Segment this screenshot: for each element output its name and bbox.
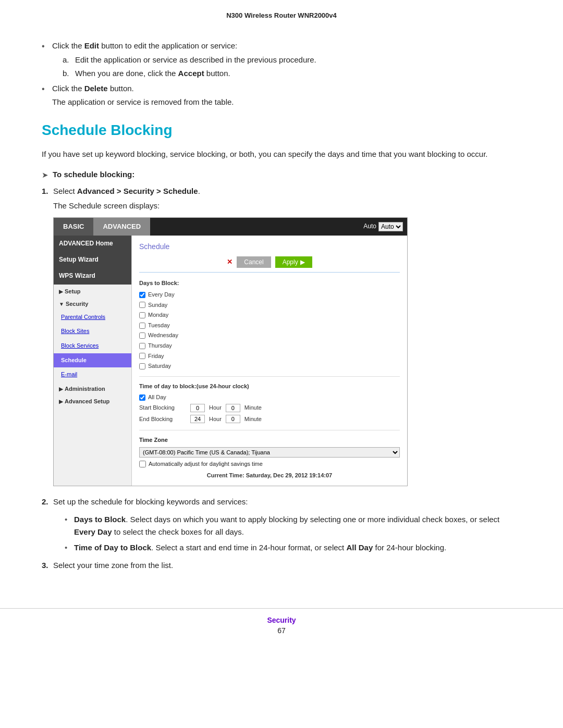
friday-row: Friday — [139, 352, 400, 361]
end-blocking-row: End Blocking Hour Minute — [139, 415, 400, 424]
monday-checkbox[interactable] — [139, 312, 145, 318]
step-2-bullets: Days to Block. Select days on which you … — [65, 513, 521, 554]
step-1-num: 1. — [42, 185, 48, 198]
time-label: Time of day to block:(use 24-hour clock) — [139, 382, 400, 391]
advanced-setup-arrow-icon: ▶ — [59, 399, 63, 404]
saturday-checkbox[interactable] — [139, 363, 145, 369]
thursday-checkbox[interactable] — [139, 343, 145, 349]
apply-button[interactable]: Apply ▶ — [275, 256, 312, 268]
intro-bullet-2: Click the Delete button. — [42, 83, 521, 95]
timezone-label: Time Zone — [139, 436, 400, 445]
intro-sub-b: When you are done, click the Accept butt… — [63, 68, 521, 80]
time-of-day-bullet: Time of Day to Block. Select a start and… — [65, 541, 521, 554]
time-section: Time of day to block:(use 24-hour clock)… — [139, 382, 400, 430]
end-hour-input[interactable] — [190, 415, 205, 423]
tz-checkbox-row: Automatically adjust for daylight saving… — [139, 460, 400, 469]
sidebar-section-advanced-setup[interactable]: ▶Advanced Setup — [54, 394, 131, 408]
arrow-label: To schedule blocking: — [53, 170, 134, 179]
sidebar-section-administration[interactable]: ▶Administration — [54, 382, 131, 395]
router-body: ADVANCED Home Setup Wizard WPS Wizard ▶S… — [54, 236, 407, 486]
friday-checkbox[interactable] — [139, 353, 145, 359]
cancel-button[interactable]: Cancel — [237, 256, 271, 268]
sidebar-item-advanced-home[interactable]: ADVANCED Home — [54, 236, 131, 252]
sidebar-item-email[interactable]: E-mail — [54, 367, 131, 382]
start-blocking-row: Start Blocking Hour Minute — [139, 403, 400, 413]
monday-row: Monday — [139, 311, 400, 320]
sidebar-item-parental-controls[interactable]: Parental Controls — [54, 310, 131, 325]
tuesday-row: Tuesday — [139, 321, 400, 330]
footer-page: 67 — [0, 626, 563, 635]
all-day-checkbox[interactable] — [139, 394, 145, 401]
saturday-row: Saturday — [139, 362, 400, 371]
sidebar-item-setup-wizard[interactable]: Setup Wizard — [54, 252, 131, 268]
minute-label-end: Minute — [244, 415, 262, 424]
sidebar-item-block-services[interactable]: Block Services — [54, 339, 131, 353]
arrow-instruction: ➤ To schedule blocking: — [42, 170, 521, 180]
days-to-block-bullet: Days to Block. Select days on which you … — [65, 513, 521, 538]
page-footer: Security 67 — [0, 608, 563, 640]
router-sidebar: ADVANCED Home Setup Wizard WPS Wizard ▶S… — [54, 236, 132, 486]
section-heading: Schedule Blocking — [42, 122, 521, 139]
everyday-checkbox[interactable] — [139, 292, 145, 298]
wednesday-checkbox[interactable] — [139, 332, 145, 339]
step-2: 2. Set up the schedule for blocking keyw… — [42, 496, 521, 554]
cancel-x-icon: ✕ — [227, 257, 232, 268]
tab-basic[interactable]: BASIC — [54, 218, 93, 236]
step-1-text: Select Advanced > Security > Schedule. — [53, 185, 521, 198]
sidebar-section-setup[interactable]: ▶Setup — [54, 285, 131, 298]
sunday-row: Sunday — [139, 301, 400, 310]
tuesday-checkbox[interactable] — [139, 323, 145, 329]
section-intro: If you have set up keyword blocking, ser… — [42, 148, 521, 161]
step-3: 3. Select your time zone from the list. — [42, 559, 521, 572]
daylight-savings-checkbox[interactable] — [139, 461, 146, 467]
apply-arrow-icon: ▶ — [300, 258, 305, 266]
router-topbar: BASIC ADVANCED Auto Auto — [54, 218, 407, 236]
router-main-content: Schedule ✕ Cancel Apply ▶ — [132, 236, 407, 486]
end-blocking-label: End Blocking — [139, 415, 186, 424]
step-2-num: 2. — [42, 496, 48, 508]
days-label: Days to Block: — [139, 279, 400, 288]
start-blocking-label: Start Blocking — [139, 403, 186, 413]
end-minute-input[interactable] — [226, 415, 240, 423]
wednesday-row: Wednesday — [139, 331, 400, 340]
router-ui: BASIC ADVANCED Auto Auto — [53, 217, 408, 486]
days-to-block-section: Days to Block: Every Day Sunday — [139, 279, 400, 376]
everyday-row: Every Day — [139, 290, 400, 300]
current-time: Current Time: Saturday, Dec 29, 2012 19:… — [139, 471, 400, 480]
numbered-steps: 1. Select Advanced > Security > Schedule… — [42, 185, 521, 572]
start-minute-input[interactable] — [226, 404, 240, 412]
intro-sub-a: Edit the application or service as descr… — [63, 54, 521, 66]
timezone-section: Time Zone (GMT-08:00) Pacific Time (US &… — [139, 436, 400, 480]
sidebar-item-block-sites[interactable]: Block Sites — [54, 324, 131, 339]
minute-label-start: Minute — [244, 403, 262, 413]
all-day-row: All Day — [139, 393, 400, 402]
auto-select[interactable]: Auto — [378, 222, 403, 231]
router-action-bar: ✕ Cancel Apply ▶ — [139, 256, 400, 273]
timezone-select[interactable]: (GMT-08:00) Pacific Time (US & Canada); … — [139, 447, 400, 458]
arrow-symbol: ➤ — [42, 170, 48, 180]
intro-section: Click the Edit button to edit the applic… — [42, 40, 521, 106]
security-arrow-icon: ▼ — [59, 301, 64, 307]
auto-dropdown-area: Auto Auto — [363, 218, 407, 236]
router-main-title: Schedule — [139, 241, 400, 252]
sunday-checkbox[interactable] — [139, 302, 145, 308]
page-header: N300 Wireless Router WNR2000v4 — [0, 0, 563, 24]
thursday-row: Thursday — [139, 341, 400, 351]
step-1-sub: The Schedule screen displays: — [53, 200, 521, 212]
step-3-num: 3. — [42, 559, 48, 572]
hour-label-end: Hour — [209, 415, 222, 424]
intro-bullet-1: Click the Edit button to edit the applic… — [42, 40, 521, 80]
footer-label: Security — [0, 616, 563, 624]
hour-label-start: Hour — [209, 403, 222, 413]
start-hour-input[interactable] — [190, 404, 205, 412]
tab-advanced[interactable]: ADVANCED — [93, 218, 150, 236]
removed-text: The application or service is removed fr… — [52, 97, 521, 106]
step-1: 1. Select Advanced > Security > Schedule… — [42, 185, 521, 486]
sidebar-item-wps-wizard[interactable]: WPS Wizard — [54, 268, 131, 284]
admin-arrow-icon: ▶ — [59, 386, 63, 392]
header-title: N300 Wireless Router WNR2000v4 — [226, 11, 337, 19]
sidebar-item-schedule[interactable]: Schedule — [54, 353, 131, 368]
setup-arrow-icon: ▶ — [59, 289, 63, 294]
sidebar-section-security[interactable]: ▼Security — [54, 297, 131, 310]
